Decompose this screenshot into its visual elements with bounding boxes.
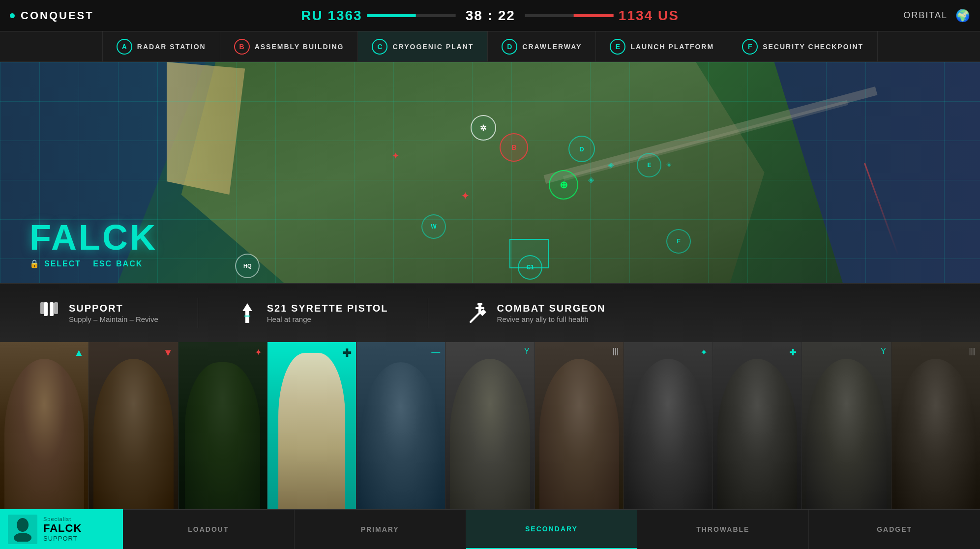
globe-icon[interactable]: 🌍 bbox=[955, 9, 970, 23]
select-action[interactable]: 🔒 SELECT bbox=[30, 259, 81, 268]
char-card-10[interactable]: Y bbox=[802, 342, 891, 509]
objective-a[interactable]: A RADAR STATION bbox=[102, 31, 220, 61]
tab-secondary[interactable]: SECONDARY bbox=[466, 510, 638, 549]
obj-badge-a: A bbox=[117, 39, 132, 55]
status-dot bbox=[10, 13, 15, 18]
primary-ability-icon bbox=[238, 302, 257, 324]
specialist-selected-panel: Specialist FALCK SUPPORT bbox=[0, 509, 123, 549]
char-bg-2: ▼ bbox=[89, 342, 178, 509]
char11-badge: ||| bbox=[969, 347, 975, 356]
char-bg-8: ✦ bbox=[624, 342, 713, 509]
char4-badge: ✚ bbox=[342, 347, 351, 360]
secondary-ability-subtitle: Revive any ally to full health bbox=[497, 315, 606, 323]
char-bg-6: Y bbox=[445, 342, 534, 509]
role-icon bbox=[39, 302, 59, 324]
char-bg-4: ✚ bbox=[267, 342, 356, 509]
tab-throwable-label: Throwable bbox=[696, 525, 749, 533]
ru-score: RU 1363 bbox=[301, 8, 362, 24]
map-section: ✲ B D E ⊕ W F C1 bbox=[0, 62, 980, 283]
objective-b[interactable]: B ASSEMBLY BUILDING bbox=[220, 31, 358, 61]
char10-badge: Y bbox=[881, 347, 886, 356]
specialist-avatar-icon bbox=[8, 515, 37, 544]
objective-c[interactable]: C CRYOGENIC PLANT bbox=[358, 31, 488, 61]
back-action[interactable]: ESC BACK bbox=[93, 260, 143, 268]
svg-point-12 bbox=[14, 533, 31, 542]
obj-name-a: RADAR STATION bbox=[137, 43, 206, 51]
map-marker-1: ✦ bbox=[461, 190, 470, 202]
score-display: RU 1363 38 : 22 1134 US bbox=[301, 8, 679, 24]
character-selection: ▲ ▼ ✦ bbox=[0, 342, 980, 549]
obj-badge-b: B bbox=[234, 39, 250, 55]
objective-bar: A RADAR STATION B ASSEMBLY BUILDING C CR… bbox=[0, 31, 980, 62]
primary-ability-subtitle: Heal at range bbox=[267, 315, 388, 323]
character-row: ▲ ▼ ✦ bbox=[0, 342, 980, 509]
map-troop-3: ◈ bbox=[666, 160, 672, 168]
cp-w[interactable]: W bbox=[421, 214, 446, 239]
loadout-primary-ability: S21 SYRETTE PISTOL Heal at range bbox=[238, 302, 388, 324]
tab-gadget[interactable]: Gadget bbox=[809, 510, 980, 549]
tab-loadout[interactable]: Loadout bbox=[123, 510, 295, 549]
obj-name-d: CRAWLERWAY bbox=[522, 43, 582, 51]
char-bg-9: ✚ bbox=[713, 342, 802, 509]
secondary-ability-text: COMBAT SURGEON Revive any ally to full h… bbox=[497, 303, 606, 323]
game-mode-title: CONQUEST bbox=[21, 9, 94, 22]
cp-hq[interactable]: HQ bbox=[235, 254, 260, 278]
role-text: SUPPORT Supply – Maintain – Revive bbox=[69, 303, 158, 323]
char-card-9[interactable]: ✚ bbox=[713, 342, 802, 509]
char-card-7[interactable]: ||| bbox=[535, 342, 624, 509]
char-card-1[interactable]: ▲ bbox=[0, 342, 89, 509]
svg-rect-0 bbox=[44, 302, 48, 316]
primary-ability-title: S21 SYRETTE PISTOL bbox=[267, 303, 388, 314]
bottom-tabs: Specialist FALCK SUPPORT Loadout Primary… bbox=[0, 509, 980, 549]
cp-f[interactable]: F bbox=[666, 229, 691, 254]
objective-d[interactable]: D CRAWLERWAY bbox=[488, 31, 596, 61]
svg-rect-3 bbox=[54, 302, 58, 314]
char2-badge: ▼ bbox=[163, 347, 173, 358]
secondary-ability-title: COMBAT SURGEON bbox=[497, 303, 606, 314]
loadout-role: SUPPORT Supply – Maintain – Revive bbox=[39, 302, 158, 324]
obj-badge-c: C bbox=[372, 39, 387, 55]
us-bar-fill bbox=[574, 14, 614, 17]
selected-specialist-role: SUPPORT bbox=[43, 535, 82, 542]
tab-throwable[interactable]: Throwable bbox=[637, 510, 809, 549]
objective-e[interactable]: E LAUNCH PLATFORM bbox=[596, 31, 728, 61]
char5-badge: — bbox=[431, 347, 440, 357]
svg-rect-1 bbox=[50, 302, 54, 316]
obj-name-e: LAUNCH PLATFORM bbox=[630, 43, 714, 51]
char-card-6[interactable]: Y bbox=[445, 342, 535, 509]
char-card-4-falck[interactable]: ✚ bbox=[267, 342, 356, 509]
cp-d[interactable]: D bbox=[568, 136, 595, 162]
map-marker-2: ✦ bbox=[392, 150, 399, 161]
role-subtitle: Supply – Maintain – Revive bbox=[69, 315, 158, 323]
obj-name-f: SECURITY CHECKPOINT bbox=[763, 43, 863, 51]
svg-point-11 bbox=[17, 518, 29, 532]
char7-badge: ||| bbox=[612, 347, 618, 356]
tab-loadout-label: Loadout bbox=[188, 525, 229, 533]
specialist-actions: 🔒 SELECT ESC BACK bbox=[30, 259, 157, 268]
cp-a[interactable]: ✲ bbox=[471, 115, 496, 141]
select-label: SELECT bbox=[44, 260, 81, 268]
char-card-8[interactable]: ✦ bbox=[624, 342, 713, 509]
svg-marker-4 bbox=[242, 303, 252, 323]
tab-primary-label: Primary bbox=[361, 525, 399, 533]
map-name: ORBITAL bbox=[903, 10, 948, 21]
obj-name-b: ASSEMBLY BUILDING bbox=[255, 43, 344, 51]
obj-badge-e: E bbox=[610, 39, 625, 55]
obj-badge-f: F bbox=[742, 39, 758, 55]
char8-badge: ✦ bbox=[700, 347, 708, 358]
char-bg-7: ||| bbox=[535, 342, 624, 509]
tab-primary[interactable]: Primary bbox=[295, 510, 466, 549]
back-label: BACK bbox=[116, 260, 143, 268]
char-card-2[interactable]: ▼ bbox=[89, 342, 178, 509]
char1-badge: ▲ bbox=[74, 347, 84, 358]
cp-c1-box[interactable]: C1 bbox=[509, 239, 549, 268]
ru-bar-fill bbox=[367, 14, 416, 17]
char-bg-5: — bbox=[356, 342, 445, 509]
char-card-3[interactable]: ✦ bbox=[178, 342, 267, 509]
char-card-5[interactable]: — bbox=[356, 342, 445, 509]
objective-f[interactable]: F SECURITY CHECKPOINT bbox=[728, 31, 878, 61]
cp-neutral-center[interactable]: ⊕ bbox=[549, 170, 578, 200]
char-card-11[interactable]: ||| bbox=[891, 342, 980, 509]
char6-badge: Y bbox=[524, 347, 530, 356]
char-bg-11: ||| bbox=[891, 342, 980, 509]
